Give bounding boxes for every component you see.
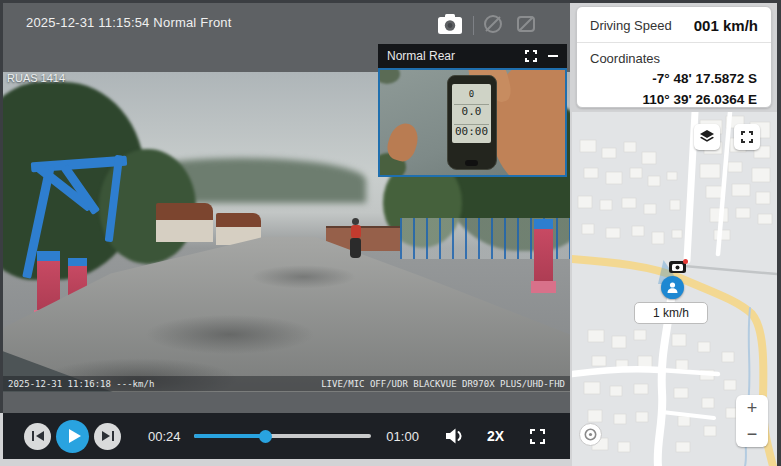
next-clip-button[interactable] (94, 423, 121, 450)
previous-clip-button[interactable] (24, 423, 51, 450)
play-icon (69, 429, 81, 443)
latitude-value: -7° 48' 17.5872 S (577, 69, 771, 90)
gps-value-top: 0 (469, 89, 474, 99)
pip-expand-icon[interactable] (525, 50, 537, 62)
map-layers-button[interactable] (694, 124, 720, 150)
driver-icon (665, 280, 680, 295)
pip-rear-window[interactable]: Normal Rear 0 0.0 00:00 (378, 44, 567, 177)
gps-off-icon (482, 13, 504, 35)
recording-dot (683, 259, 688, 264)
dashcam-viewer-window: 2025-12-31 11:15:54 Normal Front (0, 0, 781, 466)
window-border-right (777, 0, 781, 466)
camera-badge-icon (672, 263, 683, 271)
longitude-value: 110° 39' 26.0364 E (577, 90, 771, 108)
pip-minimize-icon[interactable] (548, 55, 558, 57)
play-button[interactable] (56, 420, 89, 453)
audio-off-icon (515, 13, 537, 35)
dashcam-marker-badge[interactable] (669, 261, 686, 273)
total-duration: 01:00 (386, 429, 419, 444)
driving-speed-label: Driving Speed (590, 18, 672, 33)
map-fullscreen-button[interactable] (734, 124, 760, 150)
volume-icon[interactable] (443, 426, 465, 446)
mapbox-logo[interactable] (579, 423, 602, 446)
motorcyclist (348, 218, 364, 264)
dashcam-stamp-overlay: 2025-12-31 11:16:18 ---km/h LIVE/MIC OFF… (3, 376, 570, 391)
pink-pillar (534, 219, 553, 293)
snapshot-camera-icon[interactable] (435, 10, 465, 38)
player-spacer-strip (3, 392, 570, 413)
gps-device-button (465, 160, 477, 166)
stamp-model: LIVE/MIC OFF/UDR BLACKVUE DR970X PLUS/UH… (321, 379, 565, 389)
pip-header: Normal Rear (378, 44, 567, 68)
zoom-in-button[interactable]: + (736, 395, 768, 421)
map-fullscreen-icon (741, 131, 753, 143)
video-title: 2025-12-31 11:15:54 Normal Front (26, 15, 232, 30)
drive-info-panel: Driving Speed 001 km/h Coordinates -7° 4… (576, 6, 772, 108)
vehicle-location-marker[interactable] (661, 276, 684, 299)
driving-speed-value: 001 km/h (694, 17, 758, 34)
playback-speed-button[interactable]: 2X (487, 428, 504, 444)
map-zoom-control: + − (736, 395, 768, 447)
header-separator (473, 16, 474, 35)
gps-value-bottom: 00:00 (454, 124, 489, 138)
map-panel[interactable]: 1 km/h + − (572, 112, 777, 466)
seek-bar-fill (194, 434, 265, 438)
playback-control-bar: 00:24 01:00 2X (3, 413, 570, 459)
seek-bar[interactable] (194, 434, 372, 438)
zoom-out-button[interactable]: − (736, 421, 768, 447)
thumb-scenery (384, 119, 422, 164)
foliage-scenery (378, 68, 400, 84)
marker-speed-label: 1 km/h (634, 302, 708, 324)
house-scenery (156, 203, 213, 241)
road-sign-overlay: RUAS 1414 (7, 72, 65, 84)
layers-icon (699, 129, 715, 145)
current-time: 00:24 (148, 429, 181, 444)
fullscreen-icon[interactable] (530, 429, 545, 444)
stamp-timestamp: 2025-12-31 11:16:18 ---km/h (8, 379, 154, 389)
gps-screen: 0 0.0 00:00 (452, 84, 491, 143)
gps-value-middle: 0.0 (454, 104, 489, 118)
pip-title: Normal Rear (387, 49, 525, 63)
handheld-gps-device: 0 0.0 00:00 (447, 75, 497, 170)
rear-video-frame[interactable]: 0 0.0 00:00 (378, 68, 567, 177)
coordinates-label: Coordinates (577, 43, 771, 69)
seek-bar-thumb[interactable] (259, 430, 272, 443)
